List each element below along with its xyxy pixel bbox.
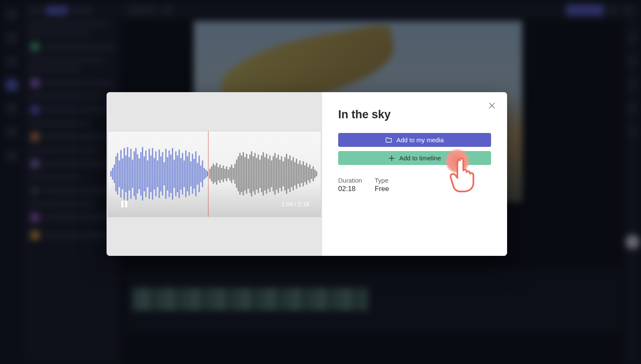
close-icon (489, 103, 495, 109)
svg-rect-41 (179, 150, 180, 198)
svg-rect-61 (213, 164, 214, 184)
svg-rect-71 (230, 167, 231, 181)
svg-rect-90 (261, 155, 262, 192)
svg-rect-36 (170, 154, 171, 193)
audio-preview-modal: 1:04 / 2:18 In the sky Add to my media A… (107, 92, 507, 256)
svg-rect-21 (145, 151, 147, 197)
svg-rect-22 (147, 160, 148, 187)
svg-rect-31 (162, 152, 163, 196)
svg-rect-92 (264, 157, 266, 190)
svg-rect-111 (296, 159, 297, 189)
close-button[interactable] (487, 101, 497, 111)
svg-rect-25 (152, 148, 153, 200)
svg-rect-84 (251, 151, 252, 197)
svg-rect-10 (127, 147, 128, 201)
svg-rect-35 (168, 151, 170, 197)
meta-duration-value: 02:18 (338, 185, 362, 193)
svg-rect-122 (314, 170, 315, 178)
svg-rect-67 (223, 165, 224, 182)
svg-rect-116 (304, 165, 305, 182)
add-to-media-label: Add to my media (396, 136, 444, 143)
waveform-controls: 1:04 / 2:18 (108, 195, 321, 217)
svg-rect-91 (263, 152, 264, 196)
svg-rect-15 (135, 148, 136, 200)
svg-rect-101 (279, 159, 280, 188)
audio-title: In the sky (338, 108, 491, 121)
svg-rect-51 (195, 151, 197, 197)
svg-rect-112 (298, 164, 299, 184)
add-to-media-button[interactable]: Add to my media (338, 133, 491, 147)
meta-type-label: Type (375, 177, 389, 184)
timecode-display: 1:04 / 2:18 (281, 201, 309, 207)
meta-duration-label: Duration (338, 177, 362, 184)
svg-rect-47 (189, 152, 190, 196)
pause-icon (125, 201, 127, 207)
svg-rect-6 (120, 150, 122, 198)
svg-rect-27 (155, 151, 157, 197)
svg-rect-94 (268, 159, 269, 189)
svg-rect-113 (299, 160, 301, 187)
svg-rect-95 (269, 155, 270, 192)
svg-rect-12 (130, 149, 131, 199)
svg-rect-49 (192, 154, 193, 194)
svg-rect-24 (150, 155, 152, 192)
svg-rect-117 (306, 163, 307, 184)
svg-rect-62 (214, 165, 216, 182)
add-to-timeline-label: Add to timeline (399, 154, 441, 162)
svg-rect-97 (272, 156, 274, 191)
svg-rect-110 (294, 162, 296, 185)
svg-rect-107 (289, 155, 291, 192)
svg-rect-9 (126, 155, 127, 192)
svg-rect-17 (139, 158, 140, 189)
svg-rect-13 (132, 159, 133, 188)
svg-rect-34 (167, 157, 168, 190)
svg-rect-121 (312, 166, 314, 181)
svg-rect-39 (175, 151, 176, 197)
svg-rect-88 (258, 154, 259, 193)
pause-button[interactable] (120, 199, 129, 209)
svg-rect-26 (154, 158, 155, 189)
meta-type-value: Free (375, 185, 389, 193)
svg-rect-108 (291, 160, 292, 187)
svg-rect-103 (283, 161, 284, 186)
svg-rect-52 (197, 163, 198, 184)
svg-rect-59 (209, 169, 211, 179)
svg-rect-66 (221, 168, 222, 180)
svg-rect-123 (316, 171, 317, 176)
svg-rect-43 (182, 153, 183, 194)
svg-rect-19 (142, 147, 143, 201)
meta-type: Type Free (375, 177, 389, 193)
svg-rect-3 (115, 156, 117, 191)
svg-rect-30 (160, 156, 162, 191)
svg-rect-57 (205, 170, 206, 178)
svg-rect-106 (288, 159, 289, 189)
svg-rect-104 (284, 157, 286, 190)
plus-icon (388, 155, 395, 162)
waveform-box[interactable]: 1:04 / 2:18 (107, 131, 321, 217)
svg-rect-114 (301, 165, 302, 183)
svg-rect-85 (253, 156, 254, 191)
svg-rect-77 (239, 153, 240, 194)
svg-rect-76 (238, 156, 239, 191)
add-to-timeline-button[interactable]: Add to timeline (338, 151, 491, 165)
svg-rect-83 (249, 154, 251, 193)
svg-rect-65 (219, 165, 221, 183)
svg-rect-48 (190, 161, 192, 186)
svg-rect-33 (165, 149, 166, 199)
svg-rect-96 (271, 160, 272, 187)
svg-rect-102 (281, 156, 282, 191)
svg-rect-86 (254, 153, 256, 194)
svg-rect-5 (119, 160, 120, 187)
svg-rect-38 (174, 159, 175, 188)
waveform-preview-pane: 1:04 / 2:18 (107, 92, 322, 256)
svg-rect-37 (172, 148, 173, 200)
svg-rect-40 (177, 155, 178, 192)
pause-icon (121, 201, 123, 207)
svg-rect-109 (293, 157, 294, 190)
svg-rect-120 (311, 169, 312, 179)
svg-rect-14 (134, 151, 135, 197)
svg-rect-60 (211, 166, 212, 181)
svg-rect-89 (259, 159, 261, 188)
svg-rect-68 (224, 169, 226, 179)
svg-rect-2 (114, 165, 115, 183)
